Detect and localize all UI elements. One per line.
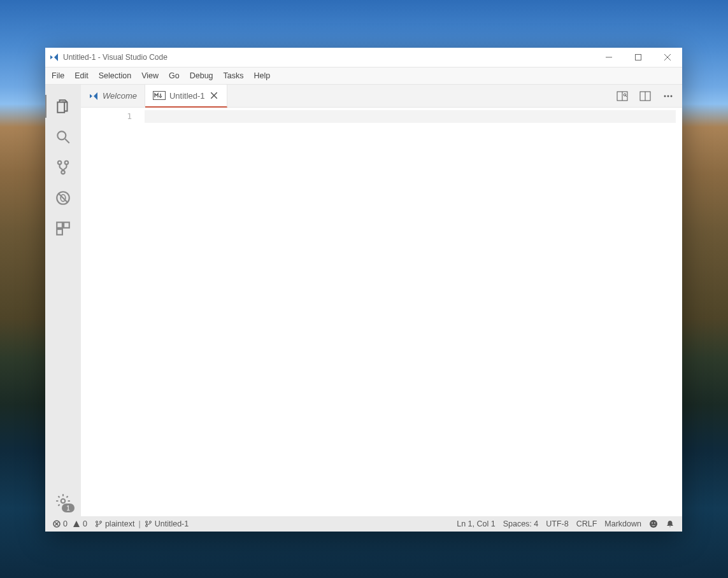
activity-extensions[interactable] [45, 213, 81, 244]
svg-point-40 [654, 523, 655, 524]
svg-rect-15 [57, 229, 62, 235]
svg-rect-13 [57, 222, 62, 228]
current-line-highlight [145, 110, 676, 123]
window-title: Untitled-1 - Visual Studio Code [63, 53, 168, 62]
status-git-untitled[interactable]: Untitled-1 [141, 516, 193, 532]
status-bar: 0 0 plaintext | Untitled-1 Ln 1, Col 1 S… [45, 516, 682, 532]
menubar: File Edit Selection View Go Debug Tasks … [45, 67, 682, 85]
menu-edit[interactable]: Edit [69, 69, 94, 83]
activity-bar: 1 [45, 85, 81, 516]
activity-settings[interactable]: 1 [45, 486, 81, 516]
vscode-icon [89, 91, 99, 101]
error-icon [53, 520, 61, 528]
svg-rect-4 [57, 102, 64, 113]
split-editor-icon[interactable] [635, 85, 655, 107]
vscode-app-icon [49, 52, 59, 62]
svg-point-37 [145, 525, 147, 527]
status-problems[interactable]: 0 0 [49, 516, 91, 532]
open-preview-side-icon[interactable] [612, 85, 632, 107]
more-actions-icon[interactable] [658, 85, 678, 107]
window-controls [594, 48, 682, 67]
svg-point-28 [671, 95, 673, 97]
menu-selection[interactable]: Selection [94, 69, 136, 83]
line-number-gutter: 1 [81, 108, 145, 516]
status-text: plaintext [105, 519, 135, 528]
status-notifications[interactable] [662, 516, 678, 532]
svg-point-26 [664, 95, 666, 97]
svg-point-39 [652, 523, 653, 524]
svg-line-6 [65, 139, 69, 143]
status-indentation[interactable]: Spaces: 4 [499, 516, 543, 532]
menu-debug[interactable]: Debug [185, 69, 218, 83]
svg-point-38 [650, 520, 657, 528]
activity-source-control[interactable] [45, 152, 81, 183]
svg-line-23 [625, 95, 627, 97]
activity-explorer[interactable] [45, 91, 81, 122]
editor-region: Welcome Untitled-1 1 [81, 85, 682, 516]
status-feedback[interactable] [645, 516, 662, 532]
warning-icon [73, 520, 80, 528]
svg-point-16 [61, 499, 66, 504]
git-branch-icon [95, 520, 103, 528]
git-branch-icon [145, 520, 152, 528]
line-number: 1 [81, 110, 132, 123]
svg-point-5 [57, 131, 66, 139]
smiley-icon [649, 519, 658, 528]
menu-help[interactable]: Help [249, 69, 276, 83]
menu-go[interactable]: Go [164, 69, 185, 83]
error-count: 0 [63, 519, 68, 528]
minimize-button[interactable] [594, 48, 624, 67]
tab-label: Untitled-1 [169, 91, 205, 101]
editor-text-area[interactable] [145, 108, 682, 516]
tab-welcome[interactable]: Welcome [81, 85, 145, 107]
svg-point-27 [667, 95, 669, 97]
markdown-icon [153, 91, 166, 100]
tab-label: Welcome [103, 91, 137, 101]
activity-debug[interactable] [45, 183, 81, 213]
menu-tasks[interactable]: Tasks [218, 69, 249, 83]
warning-count: 0 [83, 519, 87, 528]
svg-point-33 [99, 521, 101, 523]
menu-file[interactable]: File [46, 69, 69, 83]
status-eol[interactable]: CRLF [573, 516, 601, 532]
menu-view[interactable]: View [136, 69, 164, 83]
bell-icon [666, 519, 674, 528]
titlebar: Untitled-1 - Visual Studio Code [45, 48, 682, 67]
settings-badge: 1 [62, 504, 75, 512]
editor[interactable]: 1 [81, 108, 682, 516]
desktop-wallpaper: Untitled-1 - Visual Studio Code File Edi… [0, 0, 728, 578]
status-text: Untitled-1 [155, 519, 189, 528]
tab-actions [612, 85, 682, 107]
tab-untitled-1[interactable]: Untitled-1 [145, 85, 227, 108]
activity-search[interactable] [45, 122, 81, 152]
svg-point-36 [149, 521, 151, 523]
status-encoding[interactable]: UTF-8 [542, 516, 572, 532]
svg-point-34 [96, 525, 97, 527]
svg-point-8 [65, 161, 68, 164]
close-button[interactable] [653, 48, 682, 67]
vscode-window: Untitled-1 - Visual Studio Code File Edi… [45, 48, 682, 532]
svg-point-35 [145, 521, 147, 523]
tab-bar: Welcome Untitled-1 [81, 85, 682, 108]
svg-point-9 [61, 171, 64, 174]
svg-rect-14 [64, 222, 69, 228]
status-git-plaintext[interactable]: plaintext [91, 516, 139, 532]
svg-point-7 [58, 161, 61, 164]
status-cursor-position[interactable]: Ln 1, Col 1 [453, 516, 499, 532]
close-icon[interactable] [209, 90, 219, 101]
status-language-mode[interactable]: Markdown [601, 516, 645, 532]
svg-rect-1 [636, 55, 641, 60]
svg-point-32 [96, 521, 97, 523]
maximize-button[interactable] [624, 48, 653, 67]
